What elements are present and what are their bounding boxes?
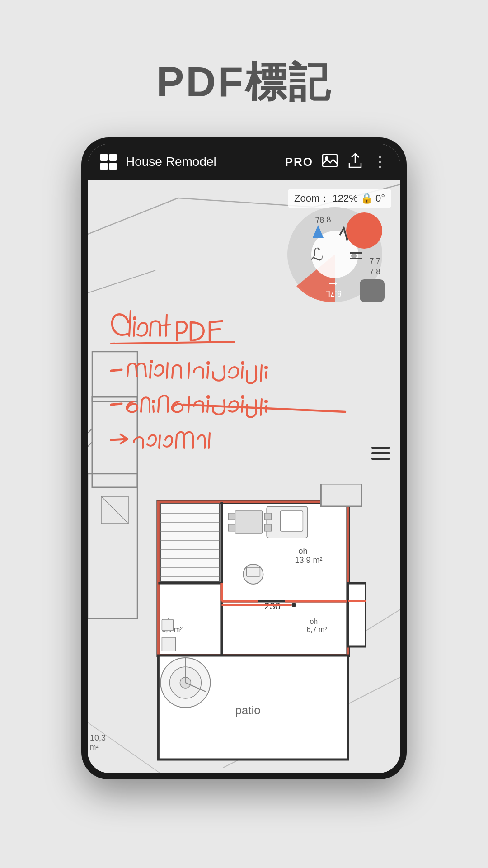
svg-rect-0 (323, 154, 337, 167)
eraser-button[interactable] (360, 279, 385, 302)
annotation-sauna-building (111, 395, 345, 417)
svg-text:7.8: 7.8 (370, 267, 380, 276)
svg-text:7.7: 7.7 (370, 257, 380, 265)
svg-point-78 (291, 603, 296, 607)
svg-line-15 (101, 496, 128, 524)
svg-rect-71 (235, 511, 262, 533)
svg-text:78.8: 78.8 (315, 215, 332, 225)
image-icon[interactable] (322, 154, 338, 170)
share-icon[interactable] (348, 153, 362, 171)
radial-menu[interactable]: ℒ → 78.8 8.7L 7.7 7.8 (283, 203, 387, 307)
svg-rect-74 (264, 513, 271, 520)
svg-line-33 (111, 370, 122, 371)
page-title: PDF標記 (156, 54, 332, 110)
svg-rect-72 (228, 513, 235, 520)
svg-point-42 (264, 400, 268, 403)
svg-rect-91 (162, 637, 175, 651)
svg-line-2 (88, 198, 178, 234)
annotation-client-pdf (111, 311, 235, 344)
svg-point-37 (264, 366, 268, 369)
app-title: House Remodel (126, 155, 276, 169)
svg-rect-73 (228, 524, 235, 531)
svg-text:patio: patio (235, 703, 260, 717)
svg-point-39 (152, 400, 155, 403)
svg-text:m²: m² (90, 743, 99, 751)
svg-point-41 (241, 395, 244, 399)
top-bar: House Remodel PRO (88, 144, 400, 180)
more-icon[interactable]: ⋮ (373, 153, 388, 170)
grid-icon[interactable] (100, 154, 117, 170)
svg-point-36 (241, 361, 244, 365)
svg-rect-50 (160, 504, 219, 581)
hamburger-menu[interactable] (371, 447, 390, 460)
svg-text:10,3: 10,3 (90, 733, 106, 742)
svg-line-38 (111, 404, 122, 405)
phone-screen: House Remodel PRO (88, 144, 400, 773)
background-title-area: PDF標記 (0, 0, 488, 137)
svg-point-1 (325, 156, 328, 160)
top-bar-icons: ⋮ (322, 153, 388, 171)
svg-text:13,9 m²: 13,9 m² (295, 556, 322, 565)
svg-text:oh: oh (298, 547, 307, 556)
svg-point-40 (206, 395, 210, 399)
svg-text:ℒ: ℒ (311, 245, 323, 264)
svg-text:6,7 m²: 6,7 m² (306, 626, 327, 633)
svg-rect-82 (321, 484, 361, 506)
floorplan: 230 oh 13,9 m² el 3,9 m² oh 6,7 m² (131, 484, 366, 773)
pro-badge: PRO (285, 155, 313, 169)
svg-point-34 (150, 360, 153, 363)
svg-text:8.7L: 8.7L (326, 289, 342, 298)
svg-line-32 (111, 342, 235, 344)
ink-color-circle[interactable] (346, 212, 382, 249)
phone-frame: House Remodel PRO (81, 137, 407, 779)
handwriting-annotations (101, 297, 350, 469)
svg-point-24 (351, 253, 357, 259)
svg-point-30 (133, 316, 136, 320)
annotation-main-building (111, 360, 268, 383)
annotation-remodel (111, 432, 210, 448)
svg-line-31 (161, 325, 171, 326)
svg-rect-13 (88, 474, 137, 618)
svg-text:oh: oh (310, 618, 318, 625)
svg-rect-77 (246, 567, 260, 576)
svg-text:→: → (326, 275, 340, 290)
svg-rect-60 (280, 511, 303, 531)
svg-rect-83 (348, 583, 366, 646)
svg-rect-90 (162, 619, 173, 631)
svg-line-5 (88, 270, 155, 293)
svg-point-35 (206, 361, 210, 365)
svg-rect-75 (264, 524, 271, 531)
canvas-area[interactable]: 10,3 m² Zoom： 122% 🔒 0° (88, 180, 400, 773)
